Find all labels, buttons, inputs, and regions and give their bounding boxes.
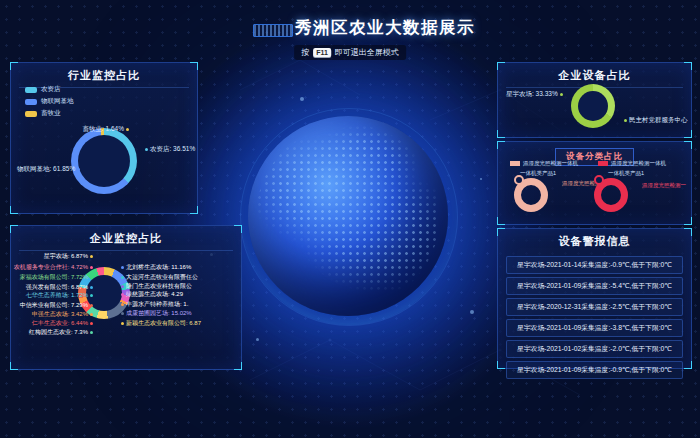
legend-label: 畜牧业 — [41, 109, 61, 118]
series-dot — [145, 148, 148, 151]
corner-accent — [497, 217, 505, 225]
panel-enterprise-monitor: 企业监控占比 星宇农场: 6.87% 农机服务专业合作社: 4.72% 家福农场… — [10, 225, 242, 370]
chart-label: 中信米业有限公司: 7.29% — [20, 301, 95, 310]
series-dot — [121, 322, 124, 325]
corner-accent — [497, 361, 505, 369]
panel-title: 企业监控占比 — [19, 226, 233, 251]
corner-accent — [684, 141, 692, 149]
legend-label: 农资店 — [41, 85, 61, 94]
legend-swatch — [25, 87, 37, 93]
series-dot — [121, 312, 124, 315]
series-dot — [624, 119, 627, 122]
f11-keycap: F11 — [313, 48, 331, 57]
corner-accent — [684, 228, 692, 236]
chart-label: 新颖生态农业有限公司: 6.87 — [119, 319, 201, 328]
corner-accent — [684, 62, 692, 70]
chart-label: 七华生态养殖场: 1.72% — [26, 291, 95, 300]
chart-label: 家福农场有限公司: 7.72% — [20, 273, 95, 282]
series-dot — [121, 266, 124, 269]
industry-legend: 农资店 物联网基地 畜牧业 — [25, 85, 74, 121]
corner-accent — [684, 361, 692, 369]
alarm-row: 星宇农场-2021-01-14采集温度:-0.9℃,低于下限:0℃ — [506, 256, 683, 274]
legend-item[interactable]: 温湿度光照检测一体机 — [510, 160, 578, 167]
legend-label: 物联网基地 — [41, 97, 74, 106]
series-dot — [126, 128, 129, 131]
particle — [480, 178, 482, 180]
particle — [300, 97, 304, 101]
panel-industry-monitor: 行业监控占比 农资店 物联网基地 畜牧业 畜牧业: 1.64% 农资店: 36.… — [10, 62, 198, 214]
corner-accent — [497, 130, 505, 138]
globe-dotted-map — [256, 124, 440, 308]
corner-accent — [10, 62, 18, 70]
chart-label: 农资店: 36.51% — [143, 145, 195, 154]
chart-label: 星宇农场: 6.87% — [44, 252, 95, 261]
legend-item[interactable]: 畜牧业 — [25, 109, 74, 118]
corner-accent — [234, 362, 242, 370]
chart-label: 民主村党群服务中心 — [622, 116, 688, 125]
legend-item[interactable]: 一体机类产品1 — [520, 170, 556, 177]
panel-device-alarms: 设备警报信息 星宇农场-2021-01-14采集温度:-0.9℃,低于下限:0℃… — [497, 228, 692, 369]
series-dot — [90, 313, 93, 316]
page-title: 秀洲区农业大数据展示 — [295, 17, 475, 39]
donut-marker — [594, 175, 604, 185]
hint-suffix: 即可退出全屏模式 — [335, 47, 399, 58]
corner-accent — [684, 130, 692, 138]
chart-label: 仁丰生态农业: 6.44% — [32, 319, 95, 328]
chart-label: 星宇农场: 33.33% — [506, 90, 565, 99]
alarm-row: 星宇农场-2020-12-31采集温度:-2.5℃,低于下限:0℃ — [506, 298, 683, 316]
chart-label: 丰源水产特种养殖场: 1. — [119, 300, 188, 309]
series-dot — [90, 276, 93, 279]
series-dot — [121, 293, 124, 296]
brand-logo — [253, 24, 293, 37]
legend-item[interactable]: 温湿度光照检测一体机 — [598, 160, 666, 167]
particle — [470, 310, 474, 314]
globe — [248, 116, 448, 316]
alarm-row: 星宇农场-2021-01-09采集温度:-5.4℃,低于下限:0℃ — [506, 277, 683, 295]
alarm-row: 星宇农场-2021-01-09采集温度:-3.8℃,低于下限:0℃ — [506, 319, 683, 337]
series-dot — [121, 303, 124, 306]
series-dot — [90, 286, 93, 289]
legend-swatch — [25, 99, 37, 105]
chart-label: 绿慈源生态农场: 4.29 — [119, 290, 183, 299]
chart-label: 物联网基地: 61.85% — [17, 165, 82, 174]
chart-callout: 温湿度光照检测一 — [642, 182, 686, 189]
corner-accent — [190, 62, 198, 70]
series-dot — [90, 294, 93, 297]
chart-label: 畜牧业: 1.64% — [82, 125, 131, 134]
corner-accent — [190, 206, 198, 214]
panel-device-category: 设备分类占比 温湿度光照检测一体机 一体机类产品1 温湿度光照检测一 温湿度光照… — [497, 141, 692, 225]
alarm-row: 星宇农场-2021-01-02采集温度:-2.0℃,低于下限:0℃ — [506, 340, 683, 358]
corner-accent — [10, 206, 18, 214]
series-dot — [90, 331, 93, 334]
corner-accent — [234, 225, 242, 233]
donut-hole — [78, 135, 130, 187]
chart-label: 红梅园生态农业: 7.3% — [29, 328, 95, 337]
industry-donut-chart[interactable] — [71, 128, 137, 194]
series-dot — [121, 285, 124, 288]
corner-accent — [10, 225, 18, 233]
legend-swatch — [598, 161, 608, 166]
hint-prefix: 按 — [301, 47, 309, 58]
series-dot — [90, 304, 93, 307]
alarm-row: 星宇农场-2021-01-09采集温度:-0.9℃,低于下限:0℃ — [506, 361, 683, 379]
legend-item[interactable]: 农资店 — [25, 85, 74, 94]
corner-accent — [497, 62, 505, 70]
panel-enterprise-device: 企业设备占比 星宇农场: 33.33% 民主村党群服务中心 — [497, 62, 692, 138]
device-donut-chart[interactable] — [571, 84, 615, 128]
legend-item[interactable]: 物联网基地 — [25, 97, 74, 106]
chart-label: 农机服务专业合作社: 4.72% — [14, 263, 95, 272]
corner-accent — [497, 141, 505, 149]
corner-accent — [684, 217, 692, 225]
chart-label: 成康苗圃园艺场: 15.02% — [119, 309, 192, 318]
series-dot — [560, 93, 563, 96]
legend-swatch — [25, 111, 37, 117]
panel-title: 设备警报信息 — [506, 229, 683, 253]
corner-accent — [10, 362, 18, 370]
chart-label: 大运河生态牧业有限责任公 — [119, 273, 198, 282]
legend-swatch — [510, 161, 520, 166]
legend-item[interactable]: 一体机类产品1 — [608, 170, 644, 177]
donut-hole — [578, 91, 608, 121]
particle — [256, 338, 259, 341]
series-dot — [90, 266, 93, 269]
series-dot — [77, 168, 80, 171]
